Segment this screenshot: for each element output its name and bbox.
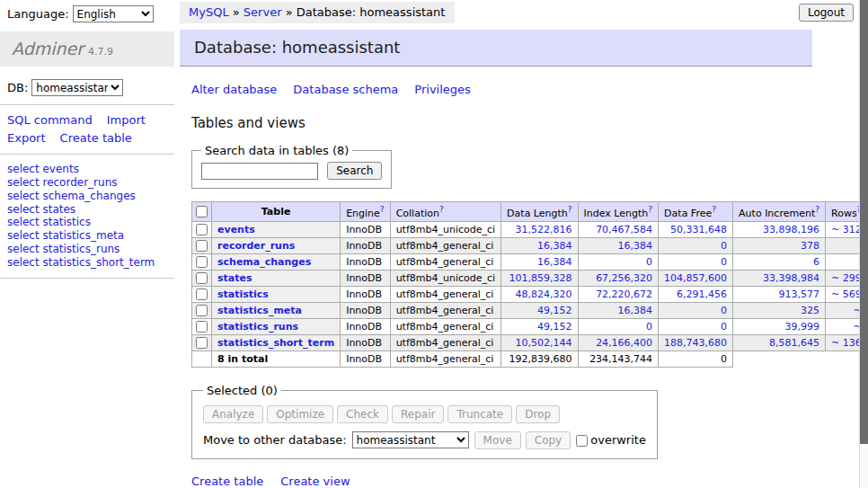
data-free-link[interactable]: 6,291,456 <box>677 288 727 300</box>
language-select[interactable]: English <box>73 5 154 22</box>
row-checkbox[interactable] <box>196 321 208 333</box>
row-checkbox[interactable] <box>196 288 208 300</box>
data-free-link[interactable]: 188,743,680 <box>664 337 727 349</box>
table-link-events[interactable]: events <box>217 224 255 235</box>
breadcrumb-link-mysql[interactable]: MySQL <box>189 5 229 19</box>
data-length-link[interactable]: 10,502,144 <box>516 337 572 349</box>
row-checkbox[interactable] <box>196 224 208 235</box>
sidebar-action-create-table[interactable]: Create table <box>60 129 132 147</box>
help-link[interactable]: ? <box>568 205 572 214</box>
engine-cell: InnoDB <box>341 286 390 302</box>
main-panel: MySQL » Server » Database: homeassistant… <box>180 0 812 488</box>
data-length-link[interactable]: 16,384 <box>537 240 572 252</box>
table-link-recorder-runs[interactable]: recorder_runs <box>217 240 295 252</box>
data-length-link[interactable]: 101,859,328 <box>509 272 572 284</box>
search-input[interactable] <box>201 163 318 180</box>
sidebar-action-import[interactable]: Import <box>107 111 146 129</box>
scrollbar-thumb[interactable] <box>860 0 868 444</box>
data-free-link[interactable]: 0 <box>721 305 727 316</box>
move-database-select[interactable]: homeassistant <box>352 431 469 448</box>
index-length-link[interactable]: 0 <box>646 256 652 268</box>
data-free-link[interactable]: 104,857,600 <box>664 272 727 284</box>
truncate-button: Truncate <box>447 405 512 423</box>
scrollbar[interactable] <box>859 0 868 488</box>
auto-increment-link[interactable]: 33,898,196 <box>763 224 819 235</box>
sidebar-item-select-statistics-runs[interactable]: select statistics_runs <box>7 243 174 256</box>
auto-increment-link[interactable]: 325 <box>801 305 819 316</box>
data-length-link[interactable]: 49,152 <box>537 305 572 316</box>
index-length-link[interactable]: 67,256,320 <box>596 272 652 284</box>
auto-increment-link[interactable]: 39,999 <box>785 321 820 333</box>
column-header-data-free: Data Free? <box>659 202 733 222</box>
sidebar-actions: SQL commandImportExportCreate table <box>7 111 169 147</box>
overwrite-checkbox[interactable] <box>576 435 588 447</box>
sidebar-item-select-events[interactable]: select events <box>7 163 174 176</box>
data-free-link[interactable]: 0 <box>721 256 727 268</box>
help-link[interactable]: ? <box>439 205 444 214</box>
auto-increment-link[interactable]: 33,398,984 <box>763 272 819 284</box>
auto-increment-link[interactable]: 913,577 <box>779 288 820 300</box>
breadcrumb-link-server[interactable]: Server <box>244 5 282 19</box>
index-length-link[interactable]: 0 <box>646 321 652 333</box>
db-action-privileges[interactable]: Privileges <box>414 83 471 96</box>
db-select[interactable]: homeassistant <box>31 79 123 96</box>
data-length-link[interactable]: 16,384 <box>537 256 572 268</box>
row-checkbox[interactable] <box>196 305 208 316</box>
sidebar-item-select-states[interactable]: select states <box>7 203 174 217</box>
row-checkbox[interactable] <box>196 256 208 268</box>
index-length-link[interactable]: 16,384 <box>618 240 653 252</box>
index-length-link[interactable]: 72,220,672 <box>596 288 652 300</box>
index-length-link[interactable]: 16,384 <box>618 305 653 316</box>
auto-increment-link[interactable]: 6 <box>813 256 819 268</box>
column-header-auto-increment: Auto Increment? <box>733 202 826 222</box>
help-link[interactable]: ? <box>648 205 652 214</box>
table-header-row: TableEngine?Collation?Data Length?Index … <box>192 202 868 222</box>
data-length-link[interactable]: 49,152 <box>537 321 572 333</box>
index-length-link[interactable]: 24,166,400 <box>596 337 652 349</box>
sidebar-item-select-schema-changes[interactable]: select schema_changes <box>7 190 174 203</box>
sidebar-item-select-statistics-meta[interactable]: select statistics_meta <box>7 229 174 243</box>
help-link[interactable]: ? <box>712 205 716 214</box>
auto-increment-cell: 378 <box>733 237 826 253</box>
table-link-statistics-short-term[interactable]: statistics_short_term <box>217 337 334 349</box>
data-free-link[interactable]: 0 <box>721 321 727 333</box>
sidebar-action-export[interactable]: Export <box>7 129 46 147</box>
table-link-statistics-runs[interactable]: statistics_runs <box>217 321 298 333</box>
data-length-link[interactable]: 48,824,320 <box>516 288 572 300</box>
auto-increment-link[interactable]: 378 <box>801 240 819 252</box>
auto-increment-cell: 39,999 <box>733 318 826 334</box>
auto-increment-link[interactable]: 8,581,645 <box>769 337 819 349</box>
table-link-states[interactable]: states <box>217 272 252 284</box>
data-free-link[interactable]: 0 <box>721 240 727 252</box>
auto-increment-cell: 33,898,196 <box>733 221 826 237</box>
column-header-engine: Engine? <box>341 202 390 222</box>
search-button[interactable]: Search <box>327 162 382 180</box>
data-length-link[interactable]: 31,522,816 <box>516 224 572 235</box>
db-action-alter-database[interactable]: Alter database <box>191 83 277 96</box>
collation-cell: utf8mb4_general_ci <box>390 286 500 302</box>
table-link-statistics-meta[interactable]: statistics_meta <box>217 305 302 316</box>
table-link-schema-changes[interactable]: schema_changes <box>217 256 311 268</box>
link-create-table[interactable]: Create table <box>191 475 263 488</box>
sidebar-item-select-statistics[interactable]: select statistics <box>7 216 174 229</box>
db-action-database-schema[interactable]: Database schema <box>293 83 398 96</box>
link-create-view[interactable]: Create view <box>280 475 350 488</box>
sidebar-item-select-statistics-short-term[interactable]: select statistics_short_term <box>7 256 174 270</box>
engine-cell: InnoDB <box>341 318 390 334</box>
data-free-link[interactable]: 50,331,648 <box>670 224 727 235</box>
index-length-link[interactable]: 70,467,584 <box>596 224 652 235</box>
row-checkbox[interactable] <box>196 272 208 284</box>
selected-legend: Selected (0) <box>203 384 281 397</box>
row-checkbox[interactable] <box>196 240 208 252</box>
move-row: Move to other database:homeassistantMove… <box>203 431 646 449</box>
help-link[interactable]: ? <box>380 205 385 214</box>
select-all-checkbox[interactable] <box>196 206 208 217</box>
topline: MySQL » Server » Database: homeassistant <box>180 0 812 23</box>
logout-button[interactable]: Logout <box>799 4 854 22</box>
sidebar-action-sql-command[interactable]: SQL command <box>7 111 93 129</box>
sidebar-item-select-recorder-runs[interactable]: select recorder_runs <box>7 176 174 190</box>
data-free-cell: 0 <box>659 253 733 270</box>
row-checkbox[interactable] <box>196 337 208 349</box>
table-link-statistics[interactable]: statistics <box>217 288 269 300</box>
help-link[interactable]: ? <box>815 205 819 214</box>
